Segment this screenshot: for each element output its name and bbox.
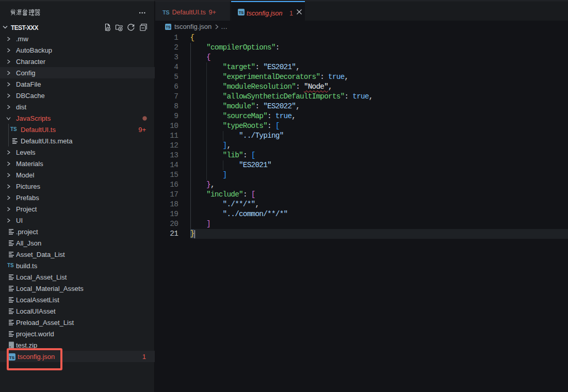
svg-text:TS: TS	[166, 25, 171, 29]
svg-text:TS: TS	[239, 10, 244, 15]
